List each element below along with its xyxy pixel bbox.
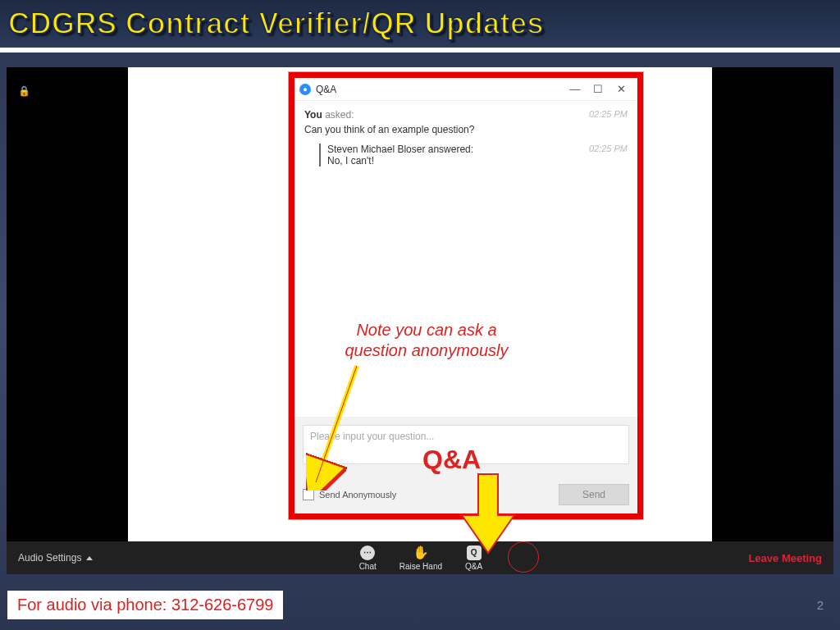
qa-window-highlight-frame: ● Q&A — ☐ ✕ 02:25 PM You asked: Can you … (289, 72, 643, 519)
qa-button[interactable]: Q Q&A (465, 546, 482, 571)
question-time: 02:25 PM (589, 109, 628, 119)
answered-verb: answered: (428, 144, 473, 155)
maximize-button[interactable]: ☐ (587, 83, 609, 95)
leave-meeting-button[interactable]: Leave Meeting (748, 552, 822, 564)
audio-settings-button[interactable]: Audio Settings (18, 552, 93, 564)
close-button[interactable]: ✕ (609, 83, 632, 95)
answer-time: 02:25 PM (589, 144, 628, 153)
audio-phone-footer: For audio via phone: 312-626-6799 (7, 590, 284, 620)
send-anonymously-label: Send Anonymously (319, 490, 396, 500)
audio-settings-label: Audio Settings (18, 552, 81, 564)
question-input[interactable]: Please input your question... (303, 425, 629, 464)
minimize-button[interactable]: — (564, 83, 587, 95)
qa-answer-entry: 02:25 PM Steven Michael Bloser answered:… (319, 144, 628, 167)
qa-window: ● Q&A — ☐ ✕ 02:25 PM You asked: Can you … (294, 78, 637, 514)
raise-hand-icon: ✋ (413, 546, 428, 560)
zoom-toolbar: Audio Settings ⋯ Chat ✋ Raise Hand Q Q&A… (7, 541, 833, 574)
asker-name: You (304, 109, 322, 121)
qa-input-area: Please input your question... Send Anony… (294, 417, 637, 514)
zoom-app-icon: ● (299, 84, 311, 95)
qa-highlight-circle (508, 541, 539, 573)
lock-icon: 🔒 (18, 85, 30, 97)
chat-icon: ⋯ (360, 546, 375, 560)
asked-verb: asked: (325, 109, 354, 121)
raise-hand-label: Raise Hand (399, 562, 442, 571)
send-button[interactable]: Send (559, 484, 629, 505)
slide-title: CDGRS Contract Verifier/QR Updates (8, 7, 544, 41)
qa-icon: Q (467, 546, 482, 560)
chat-button[interactable]: ⋯ Chat (359, 546, 377, 571)
answerer-name: Steven Michael Bloser (327, 144, 425, 155)
qa-label: Q&A (465, 562, 482, 571)
slide-title-bar: CDGRS Contract Verifier/QR Updates (0, 0, 840, 52)
question-text: Can you think of an example question? (304, 124, 628, 135)
raise-hand-button[interactable]: ✋ Raise Hand (399, 546, 442, 571)
send-anonymously-checkbox[interactable] (303, 489, 314, 500)
answer-text: No, I can't! (327, 155, 628, 167)
chat-label: Chat (359, 562, 377, 571)
qa-thread: 02:25 PM You asked: Can you think of an … (294, 101, 637, 417)
qa-window-title: Q&A (316, 84, 336, 95)
slide-page-number: 2 (817, 598, 824, 612)
qa-window-titlebar: ● Q&A — ☐ ✕ (294, 78, 637, 101)
qa-question-entry: 02:25 PM You asked: Can you think of an … (304, 109, 628, 135)
chevron-up-icon (86, 556, 93, 560)
